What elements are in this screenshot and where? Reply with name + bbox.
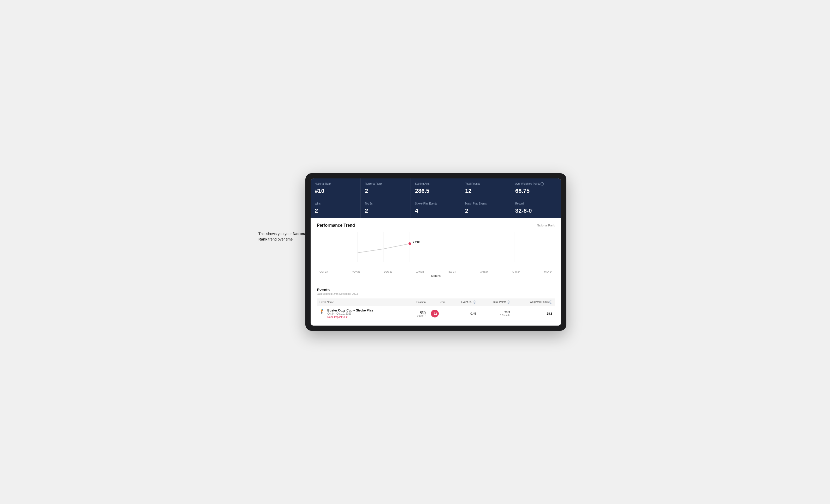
month-may24: MAY 24 — [544, 271, 552, 273]
col-position: Position — [406, 298, 428, 306]
performance-header: Performance Trend National Rank — [317, 223, 555, 228]
event-sg-cell: 0.45 — [448, 306, 479, 322]
stat-stroke-play-label: Stroke Play Events — [415, 202, 456, 205]
stat-record: Record 32-8-0 — [511, 198, 561, 218]
rank-impact-label: Rank Impact: 3 — [327, 316, 345, 318]
stat-wins-label: Wins — [315, 202, 356, 205]
events-title: Events — [317, 288, 555, 292]
stat-record-label: Record — [515, 202, 557, 205]
month-nov23: NOV 23 — [352, 271, 360, 273]
tablet-screen: National Rank #10 Regional Rank 2 Scorin… — [311, 178, 561, 326]
event-info-cell: 🏌 Buster Cozy Cup – Stroke Play Oct 9 – … — [317, 306, 406, 322]
col-event-name: Event Name — [317, 298, 406, 306]
month-oct23: OCT 23 — [319, 271, 327, 273]
stats-header-row1: National Rank #10 Regional Rank 2 Scorin… — [311, 178, 561, 198]
month-jan24: JAN 24 — [416, 271, 424, 273]
annotation-text-after: trend over time — [267, 237, 293, 241]
total-points-info-icon: i — [507, 301, 510, 304]
stat-scoring-avg: Scoring Avg. 286.5 — [411, 178, 461, 198]
golf-icon: 🏌 — [319, 309, 325, 314]
stat-regional-rank-value: 2 — [365, 188, 406, 194]
col-event-sg: Event SGi — [448, 298, 479, 306]
svg-text:● #10: ● #10 — [413, 240, 420, 243]
rank-impact: Rank Impact: 3 ▼ — [327, 316, 373, 318]
performance-chart: ● #10 — [317, 232, 555, 268]
chart-x-title: Months — [317, 274, 555, 280]
stat-match-play: Match Play Events 2 — [461, 198, 511, 218]
chart-svg: ● #10 — [317, 232, 555, 268]
event-date: Oct 9 – Oct 10, 2023 — [327, 312, 373, 315]
event-position-sub: out of 7 — [409, 314, 426, 317]
chart-months: OCT 23 NOV 23 DEC 23 JAN 24 FEB 24 MAR 2… — [317, 271, 555, 273]
tablet-device: National Rank #10 Regional Rank 2 Scorin… — [306, 173, 566, 331]
stat-regional-rank-label: Regional Rank — [365, 182, 406, 186]
event-weighted-points-cell: 28.3 — [513, 306, 555, 322]
stat-wins: Wins 2 — [311, 198, 361, 218]
svg-point-9 — [409, 242, 411, 245]
event-score-cell: -22 — [428, 306, 448, 322]
stat-national-rank: National Rank #10 — [311, 178, 361, 198]
stats-header-row2: Wins 2 Top 3s 2 Stroke Play Events 4 Mat… — [311, 198, 561, 218]
events-last-updated: Last updated: 24th November 2023 — [317, 293, 555, 295]
performance-section: Performance Trend National Rank — [311, 218, 561, 283]
stat-total-rounds: Total Rounds 12 — [461, 178, 511, 198]
stat-top3s-value: 2 — [365, 207, 406, 214]
stat-scoring-avg-label: Scoring Avg. — [415, 182, 456, 186]
weighted-points-value: 28.3 — [547, 312, 552, 315]
month-feb24: FEB 24 — [448, 271, 456, 273]
col-total-points: Total Pointsi — [479, 298, 513, 306]
stat-avg-weighted-label: Avg. Weighted Pointsi — [515, 182, 557, 186]
stat-national-rank-value: #10 — [315, 188, 356, 194]
event-total-points-cell: 28.3 3 Rounds — [479, 306, 513, 322]
performance-title: Performance Trend — [317, 223, 355, 228]
total-points-value: 28.3 — [481, 311, 510, 314]
stat-national-rank-label: National Rank — [315, 182, 356, 186]
stat-top3s: Top 3s 2 — [361, 198, 411, 218]
col-weighted-points: Weighted Pointsi — [513, 298, 555, 306]
stat-avg-weighted: Avg. Weighted Pointsi 68.75 — [511, 178, 561, 198]
month-dec23: DEC 23 — [384, 271, 392, 273]
events-table-header-row: Event Name Position Score Event SGi Tota… — [317, 298, 555, 306]
stat-stroke-play-value: 4 — [415, 207, 456, 214]
event-position: 6th — [409, 310, 426, 314]
events-section: Events Last updated: 24th November 2023 … — [311, 283, 561, 326]
event-sg-info-icon: i — [473, 301, 476, 304]
annotation-text-before: This shows you your — [258, 232, 293, 236]
stat-record-value: 32-8-0 — [515, 207, 557, 214]
month-mar24: MAR 24 — [480, 271, 488, 273]
stat-wins-value: 2 — [315, 207, 356, 214]
table-row: 🏌 Buster Cozy Cup – Stroke Play Oct 9 – … — [317, 306, 555, 322]
stat-regional-rank: Regional Rank 2 — [361, 178, 411, 198]
rank-impact-arrow: ▼ — [345, 316, 348, 318]
stat-total-rounds-value: 12 — [465, 188, 507, 194]
stat-scoring-avg-value: 286.5 — [415, 188, 456, 194]
stat-top3s-label: Top 3s — [365, 202, 406, 205]
col-score: Score — [428, 298, 448, 306]
info-icon: i — [541, 182, 544, 186]
month-apr24: APR 24 — [512, 271, 520, 273]
stat-match-play-label: Match Play Events — [465, 202, 507, 205]
stat-stroke-play: Stroke Play Events 4 — [411, 198, 461, 218]
score-badge: -22 — [431, 310, 439, 317]
total-rounds: 3 Rounds — [481, 314, 510, 316]
event-name: Buster Cozy Cup – Stroke Play — [327, 309, 373, 312]
performance-rank-label: National Rank — [537, 224, 555, 227]
annotation: This shows you your National Rank trend … — [258, 231, 311, 242]
stat-match-play-value: 2 — [465, 207, 507, 214]
scene: This shows you your National Rank trend … — [258, 163, 572, 341]
weighted-points-info-icon: i — [549, 301, 552, 304]
stat-avg-weighted-value: 68.75 — [515, 188, 557, 194]
stat-total-rounds-label: Total Rounds — [465, 182, 507, 186]
event-position-cell: 6th out of 7 — [406, 306, 428, 322]
events-table: Event Name Position Score Event SGi Tota… — [317, 298, 555, 322]
